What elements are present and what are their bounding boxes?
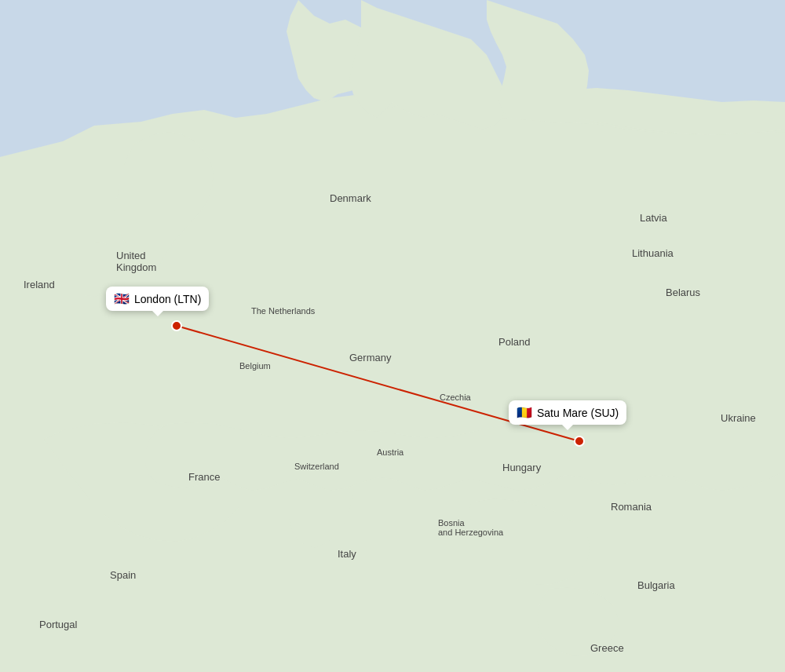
satu-mare-airport-dot — [575, 436, 584, 446]
map-svg — [0, 0, 785, 672]
london-airport-dot — [172, 321, 181, 331]
map-container: Ireland UnitedKingdom Denmark The Nether… — [0, 0, 785, 672]
